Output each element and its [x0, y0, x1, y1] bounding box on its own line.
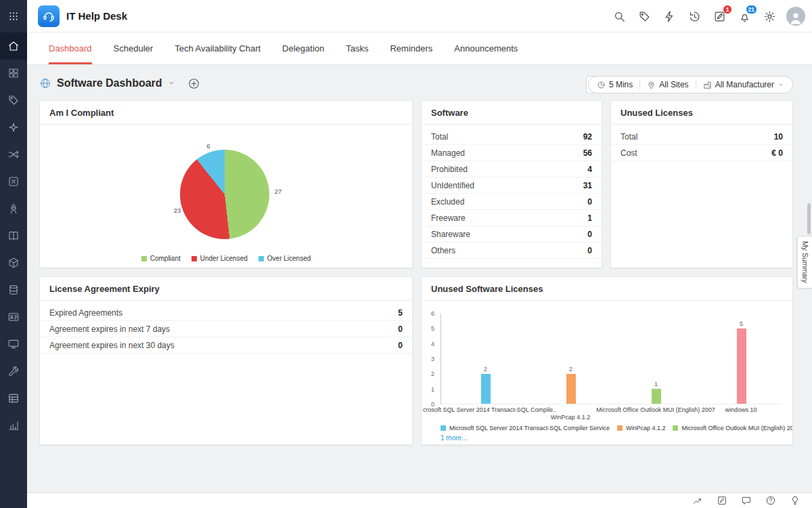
compliance-pie[interactable]: [180, 150, 269, 239]
x-axis-label: crosoft SQL Server 2014 Transact-SQL Com…: [423, 406, 556, 413]
zia-button[interactable]: [661, 8, 677, 24]
apps-grid-button[interactable]: [0, 0, 27, 33]
table-row[interactable]: Managed56: [422, 145, 602, 161]
sidebar-item-contracts[interactable]: [0, 303, 27, 331]
notifications-button[interactable]: 21: [736, 8, 752, 24]
table-row[interactable]: Total92: [422, 129, 602, 145]
bulb-icon: [790, 495, 800, 506]
help-button[interactable]: [765, 494, 777, 507]
search-button[interactable]: [611, 8, 627, 24]
manufacturer-filter[interactable]: All Manufacturer: [703, 80, 784, 89]
headset-icon: [42, 9, 55, 23]
table-row[interactable]: Agreement expires in next 30 days0: [40, 337, 412, 354]
app-logo[interactable]: [38, 5, 60, 27]
card-unused-licenses: Unused Licenses Total10 Cost€ 0: [610, 100, 793, 268]
table-row[interactable]: Shareware0: [422, 226, 602, 242]
sidebar-item-dashboards[interactable]: [0, 60, 27, 87]
add-dashboard-button[interactable]: [187, 77, 200, 90]
bar-legend-swatch: [441, 425, 446, 431]
dashboard-title: Software Dashboard: [57, 77, 162, 89]
tab-delegation[interactable]: Delegation: [282, 33, 324, 64]
sidebar-item-assets[interactable]: [0, 249, 27, 276]
tab-dashboard[interactable]: Dashboard: [49, 33, 92, 64]
tab-reminders[interactable]: Reminders: [390, 33, 432, 64]
chat-button[interactable]: [740, 494, 752, 507]
tab-announcements[interactable]: Announcements: [454, 33, 518, 64]
wrench-icon: [7, 365, 20, 377]
table-row[interactable]: Expired Agreements5: [40, 305, 412, 321]
bar-slot: 2: [558, 314, 585, 404]
bar[interactable]: [481, 374, 491, 404]
sidebar-item-changes[interactable]: [0, 141, 27, 168]
sidebar-item-analytics[interactable]: [0, 412, 27, 439]
card-am-i-compliant: Am I Compliant 6 27 23 Compliant Under L…: [39, 100, 413, 268]
card-unused-software-licenses: Unused Software Licenses 6 5 4 3 2 1 0 2…: [421, 276, 793, 445]
sidebar-item-solutions[interactable]: [0, 222, 27, 249]
history-button[interactable]: [686, 8, 702, 24]
table-row[interactable]: Total10: [611, 129, 792, 145]
refresh-interval-filter[interactable]: 5 Mins: [597, 80, 633, 89]
quick-actions-button[interactable]: [636, 8, 652, 24]
sidebar-item-tools[interactable]: [0, 358, 27, 385]
grid-icon: [7, 67, 20, 79]
bar-chart-legend: Microsoft SQL Server 2014 Transact-SQL C…: [441, 425, 793, 431]
legend-more-link[interactable]: 1 more...: [441, 434, 467, 442]
sidebar-item-problems[interactable]: [0, 114, 27, 141]
compliance-legend-swatch: [191, 256, 197, 261]
table-row[interactable]: UnIdentified31: [422, 177, 602, 194]
tab-tech-availability-chart[interactable]: Tech Availability Chart: [175, 33, 261, 64]
dashboard-selector[interactable]: Software Dashboard: [39, 74, 200, 93]
sidebar-item-home[interactable]: [0, 33, 27, 60]
table-row[interactable]: Agreement expires in next 7 days0: [40, 321, 412, 337]
clock-icon: [597, 81, 606, 89]
insights-button[interactable]: [692, 494, 704, 507]
settings-button[interactable]: [761, 8, 777, 24]
x-axis-label: Microsoft Office Outlook MUI (English) 2…: [596, 406, 715, 413]
card-title: License Agreement Expiry: [40, 277, 412, 301]
book-icon: [7, 230, 20, 242]
feedback-button[interactable]: [716, 494, 728, 507]
tab-scheduler[interactable]: Scheduler: [114, 33, 154, 64]
legend-item: Microsoft SQL Server 2014 Transact-SQL C…: [441, 425, 610, 431]
compliance-legend-swatch: [141, 256, 147, 261]
sidebar-item-cmdb[interactable]: [0, 276, 27, 303]
divider: [696, 80, 696, 89]
sidebar-item-projects[interactable]: [0, 168, 27, 195]
bar[interactable]: [566, 374, 576, 404]
activities-button[interactable]: 1: [711, 8, 727, 24]
x-axis-label: windows 10: [725, 406, 757, 413]
search-icon: [613, 10, 626, 23]
user-avatar[interactable]: [786, 7, 805, 26]
bar[interactable]: [737, 329, 746, 404]
scrollbar-thumb[interactable]: [807, 203, 811, 234]
card-title: Am I Compliant: [40, 101, 412, 125]
location-pin-icon: [647, 81, 656, 89]
sidebar-item-requests[interactable]: [0, 87, 27, 114]
rocket-icon: [7, 203, 20, 215]
sidebar-item-releases[interactable]: [0, 195, 27, 222]
bar[interactable]: [652, 389, 661, 404]
site-filter-value: All Sites: [659, 80, 688, 89]
table-row[interactable]: Cost€ 0: [611, 145, 792, 161]
my-summary-tab[interactable]: My Summary: [797, 236, 812, 289]
sidebar-item-purchase[interactable]: [0, 331, 27, 358]
sidebar: [0, 0, 27, 508]
table-row[interactable]: Excluded0: [422, 194, 602, 210]
it-help-desk-app: IT Help Desk 1 21 Dashboard Scheduler Te…: [0, 0, 812, 508]
notifications-badge: 21: [746, 5, 757, 14]
table-row[interactable]: Others0: [422, 242, 602, 259]
id-card-icon: [7, 311, 20, 323]
legend-item: Microsoft Office Outlook MUI (English) 2…: [673, 425, 793, 431]
top-bar: IT Help Desk 1 21: [27, 0, 812, 33]
legend-item: Under Licensed: [191, 255, 248, 262]
sidebar-item-reports[interactable]: [0, 385, 27, 412]
table-row[interactable]: Prohibited4: [422, 161, 602, 177]
site-filter[interactable]: All Sites: [647, 80, 688, 89]
app-title: IT Help Desk: [66, 0, 127, 33]
activities-badge: 1: [723, 5, 732, 14]
pie-value-label: 23: [174, 207, 181, 214]
tips-button[interactable]: [789, 494, 801, 507]
table-row[interactable]: Freeware1: [422, 210, 602, 226]
tab-tasks[interactable]: Tasks: [346, 33, 368, 64]
gear-icon: [763, 10, 776, 23]
